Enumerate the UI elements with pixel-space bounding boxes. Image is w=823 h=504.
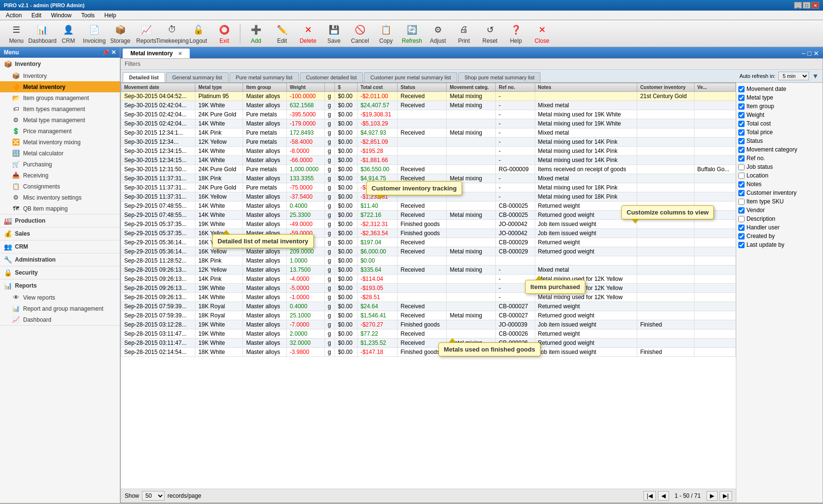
sidebar-item-qb[interactable]: 🗺 QB item mapping xyxy=(0,203,120,214)
sub-tab-shop-pure[interactable]: Shop pure metal summary list xyxy=(458,72,541,82)
table-row[interactable]: Sep-29-2015 05:36:14...16K YellowMaster … xyxy=(121,247,736,256)
sidebar-item-consignments[interactable]: 📋 Consignments xyxy=(0,181,120,192)
maximize-btn[interactable]: □ xyxy=(803,2,810,9)
column-option[interactable]: Last update by xyxy=(738,240,821,249)
th-weight[interactable]: Weight xyxy=(286,83,324,92)
column-option[interactable]: Metal type xyxy=(738,93,821,102)
table-row[interactable]: Sep-30-2015 11:37:31...16K YellowMaster … xyxy=(121,192,736,202)
last-page-btn[interactable]: ▶| xyxy=(720,491,732,501)
toolbar-add-btn[interactable]: ➕ Add xyxy=(244,22,269,45)
auto-refresh-select[interactable]: 5 min 1 min 10 min xyxy=(778,72,809,80)
table-row[interactable]: Sep-28-2015 02:14:54...18K WhiteMaster a… xyxy=(121,348,736,357)
table-row[interactable]: Sep-29-2015 07:48:55...14K WhiteMaster a… xyxy=(121,211,736,220)
sidebar-section-crm-header[interactable]: 👥 CRM xyxy=(0,240,120,253)
toolbar-delete-btn[interactable]: ✕ Delete xyxy=(296,22,321,45)
first-page-btn[interactable]: |◀ xyxy=(643,491,656,501)
sidebar-section-sales-header[interactable]: 💰 Sales xyxy=(0,227,120,240)
th-total-cost[interactable]: Total cost xyxy=(357,83,397,92)
menu-edit[interactable]: Edit xyxy=(27,11,45,20)
column-checkbox[interactable] xyxy=(738,112,745,118)
sidebar-item-item-groups[interactable]: 📂 Item groups management xyxy=(0,92,120,103)
table-row[interactable]: Sep-30-2015 12:34:15...14K WhiteMaster a… xyxy=(121,147,736,156)
sub-tab-customer-detailed[interactable]: Customer detailed list xyxy=(300,72,363,82)
column-option[interactable]: Status xyxy=(738,137,821,145)
toolbar-reports-btn[interactable]: 📈 Reports xyxy=(134,22,159,45)
column-checkbox[interactable] xyxy=(738,207,745,214)
column-option[interactable]: Customer inventory xyxy=(738,189,821,197)
sidebar-item-view-reports[interactable]: 👁 View reports xyxy=(0,292,120,303)
toolbar-crm-btn[interactable]: 👤 CRM xyxy=(56,22,81,45)
table-row[interactable]: Sep-30-2015 02:42:04...14K WhiteMaster a… xyxy=(121,119,736,128)
table-row[interactable]: Sep-29-2015 05:37:35...16K YellowMaster … xyxy=(121,229,736,238)
sidebar-pin-btn[interactable]: 📌 xyxy=(102,49,109,56)
prev-page-btn[interactable]: ◀ xyxy=(658,491,669,501)
sub-tab-customer-pure[interactable]: Customer pure metal summary list xyxy=(364,72,457,82)
sidebar-item-report-management[interactable]: 📊 Report and group management xyxy=(0,303,120,314)
table-row[interactable]: Sep-30 2015 12:34:1...14K PinkPure metal… xyxy=(121,128,736,138)
table-row[interactable]: Sep-28-2015 03:12:28...19K WhiteMaster a… xyxy=(121,320,736,329)
column-option[interactable]: Notes xyxy=(738,180,821,189)
sidebar-section-inventory-header[interactable]: 📦 Inventory xyxy=(0,58,120,70)
column-checkbox[interactable] xyxy=(738,138,745,144)
column-checkbox[interactable] xyxy=(738,164,745,170)
toolbar-cancel-btn[interactable]: 🚫 Cancel xyxy=(347,22,373,45)
toolbar-print-btn[interactable]: 🖨 Print xyxy=(451,22,476,45)
th-dollar[interactable]: $ xyxy=(335,83,358,92)
table-row[interactable]: Sep-30-2015 11:37:31...24K Pure GoldPure… xyxy=(121,183,736,192)
toolbar-refresh-btn[interactable]: 🔄 Refresh xyxy=(399,22,424,45)
table-row[interactable]: Sep-29-2015 07:48:55...14K WhiteMaster a… xyxy=(121,202,736,211)
column-checkbox[interactable] xyxy=(738,216,745,222)
column-option[interactable]: Movement date xyxy=(738,85,821,93)
sidebar-item-metal-inventory[interactable]: 🔶 Metal inventory xyxy=(0,81,120,92)
column-checkbox[interactable] xyxy=(738,121,745,127)
sidebar-close-btn[interactable]: ✕ xyxy=(111,49,116,56)
tab-metal-inventory[interactable]: Metal inventory ✕ xyxy=(122,48,190,58)
column-option[interactable]: Total cost xyxy=(738,119,821,128)
th-mov-cat[interactable]: Movement categ. xyxy=(447,83,496,92)
table-row[interactable]: Sep-28-2015 09:26:13...12K YellowMaster … xyxy=(121,265,736,275)
table-row[interactable]: Sep-30-2015 12:34:15...14K WhiteMaster a… xyxy=(121,156,736,165)
tab-maximize-btn[interactable]: □ xyxy=(808,50,811,57)
toolbar-help-btn[interactable]: ❓ Help xyxy=(503,22,528,45)
toolbar-adjust-btn[interactable]: ⚙ Adjust xyxy=(425,22,450,45)
column-checkbox[interactable] xyxy=(738,155,745,162)
toolbar-invoicing-btn[interactable]: 📄 Invoicing xyxy=(82,22,107,45)
column-option[interactable]: Movement category xyxy=(738,145,821,154)
column-option[interactable]: Location xyxy=(738,171,821,180)
sub-tab-general[interactable]: General summary list xyxy=(166,72,229,82)
sub-tab-detailed[interactable]: Detailed list xyxy=(123,72,165,82)
table-row[interactable]: Sep-28-2015 09:26:13...19K WhiteMaster a… xyxy=(121,284,736,293)
tab-restore-btn[interactable]: ✕ xyxy=(813,50,819,57)
column-checkbox[interactable] xyxy=(738,190,745,196)
sidebar-section-reports-header[interactable]: 📊 Reports xyxy=(0,279,120,292)
table-row[interactable]: Sep-28-2015 03:11:47...19K WhiteMaster a… xyxy=(121,329,736,339)
toolbar-save-btn[interactable]: 💾 Save xyxy=(321,22,347,45)
column-option[interactable]: Total price xyxy=(738,128,821,137)
records-per-page-select[interactable]: 50 25 100 xyxy=(142,491,165,501)
column-option[interactable]: Weight xyxy=(738,111,821,119)
sub-tab-pure-metal[interactable]: Pure metal summary list xyxy=(230,72,299,82)
sidebar-item-calculator[interactable]: 🔢 Metal calculator xyxy=(0,148,120,159)
tab-minimize-btn[interactable]: − xyxy=(801,50,805,57)
sidebar-section-security-header[interactable]: 🔒 Security xyxy=(0,266,120,279)
column-option[interactable]: Description xyxy=(738,214,821,223)
th-movement-date[interactable]: Movement date xyxy=(121,83,195,92)
close-btn[interactable]: ✕ xyxy=(811,2,819,9)
menu-help[interactable]: Help xyxy=(101,11,120,20)
sidebar-item-price[interactable]: 💲 Price management xyxy=(0,126,120,137)
column-checkbox[interactable] xyxy=(738,181,745,188)
table-row[interactable]: Sep-28-2015 07:59:39...18K RoyalMaster a… xyxy=(121,311,736,320)
th-item-group[interactable]: Item group xyxy=(243,83,287,92)
column-checkbox[interactable] xyxy=(738,86,745,92)
th-vendor[interactable]: Ve... xyxy=(694,83,735,92)
menu-action[interactable]: Action xyxy=(2,11,26,20)
menu-tools[interactable]: Tools xyxy=(77,11,99,20)
th-unit[interactable] xyxy=(325,83,335,92)
table-row[interactable]: Sep-29-2015 05:37:35...19K WhiteMaster a… xyxy=(121,220,736,229)
table-row[interactable]: Sep-29-2015 05:36:14...16K YellowMaster … xyxy=(121,238,736,247)
minimize-btn[interactable]: _ xyxy=(794,2,802,9)
sidebar-item-item-types[interactable]: 🏷 Item types management xyxy=(0,103,120,114)
column-checkbox[interactable] xyxy=(738,173,745,179)
th-notes[interactable]: Notes xyxy=(535,83,637,92)
column-checkbox[interactable] xyxy=(738,147,745,153)
